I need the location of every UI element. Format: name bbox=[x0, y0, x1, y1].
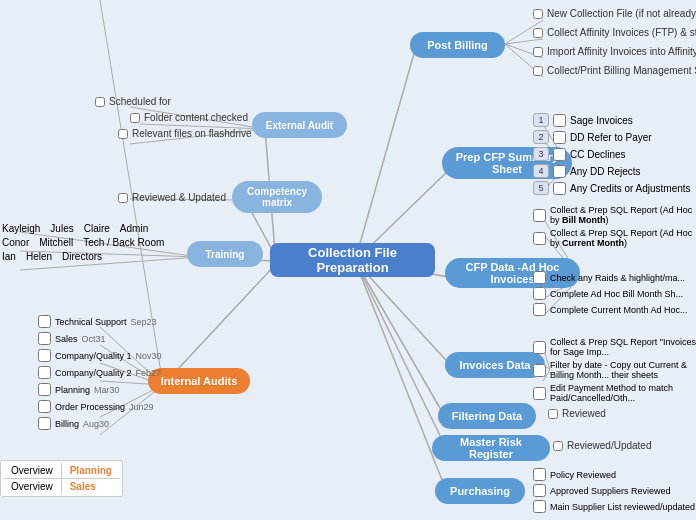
filtering-data-node[interactable]: Filtering Data bbox=[438, 403, 536, 429]
cfp-item-4[interactable]: 4 Any DD Rejects bbox=[533, 164, 691, 178]
svg-line-4 bbox=[355, 261, 448, 422]
audit-item-sales[interactable]: Sales Oct31 bbox=[38, 332, 162, 345]
cfp-adhoc-item-1[interactable]: Collect & Prep SQL Report (Ad Hoc by Bil… bbox=[533, 205, 696, 225]
trainer-tech: Tech / Back Room bbox=[83, 237, 164, 248]
inv-item-1[interactable]: Collect & Prep SQL Report "Invoices for … bbox=[533, 337, 696, 357]
svg-line-10 bbox=[163, 265, 275, 385]
tab-overview-1[interactable]: Overview bbox=[3, 463, 62, 478]
audit-item-billing[interactable]: Billing Aug30 bbox=[38, 417, 162, 430]
cfp-adhoc-item-6[interactable]: Complete Current Month Ad Hoc... bbox=[533, 303, 696, 316]
training-node[interactable]: Training bbox=[187, 241, 263, 267]
purch-item-3[interactable]: Main Supplier List reviewed/updated bbox=[533, 500, 695, 513]
post-billing-item-2[interactable]: Collect Affinity Invoices (FTP) & store … bbox=[533, 27, 696, 38]
trainer-directors: Directors bbox=[62, 251, 102, 262]
internal-audits-node[interactable]: Internal Audits bbox=[148, 368, 250, 394]
cfp-adhoc-item-4[interactable]: Check any Raids & highlight/ma... bbox=[533, 271, 696, 284]
folder-checked-item[interactable]: Folder content checked bbox=[130, 112, 248, 123]
trainer-conor: Conor bbox=[2, 237, 29, 248]
trainer-jules: Jules bbox=[50, 223, 73, 234]
master-risk-item[interactable]: Reviewed/Updated bbox=[553, 440, 652, 451]
master-risk-label: Master Risk Register bbox=[444, 436, 538, 460]
tab-planning[interactable]: Planning bbox=[62, 463, 120, 478]
cfp-item-2[interactable]: 2 DD Refer to Payer bbox=[533, 130, 691, 144]
purch-item-1[interactable]: Policy Reviewed bbox=[533, 468, 695, 481]
post-billing-label: Post Billing bbox=[427, 39, 488, 51]
tab-overview-2[interactable]: Overview bbox=[3, 479, 62, 494]
training-grid: Kayleigh Jules Claire Admin Conor Mitche… bbox=[2, 223, 164, 262]
inv-item-3[interactable]: Edit Payment Method to match Paid/Cancel… bbox=[533, 383, 696, 403]
prep-cfp-items: 1 Sage Invoices 2 DD Refer to Payer 3 CC… bbox=[533, 113, 691, 195]
svg-line-0 bbox=[355, 50, 415, 261]
main-node[interactable]: Collection File Preparation bbox=[270, 243, 435, 277]
audit-item-planning[interactable]: Planning Mar30 bbox=[38, 383, 162, 396]
reviewed-updated-item[interactable]: Reviewed & Updated bbox=[118, 192, 226, 203]
post-billing-item-3[interactable]: Import Affinity Invoices into Affinity S… bbox=[533, 46, 696, 57]
internal-audits-label: Internal Audits bbox=[161, 375, 238, 387]
post-billing-item-4[interactable]: Collect/Print Billing Management Summary… bbox=[533, 65, 696, 76]
internal-audit-list: Technical Support Sep23 Sales Oct31 Comp… bbox=[38, 315, 162, 430]
trainer-kayleigh: Kayleigh bbox=[2, 223, 40, 234]
audit-item-cq2[interactable]: Company/Quality 2 Feb27 bbox=[38, 366, 162, 379]
purchasing-node[interactable]: Purchasing bbox=[435, 478, 525, 504]
cfp-adhoc-items: Collect & Prep SQL Report (Ad Hoc by Bil… bbox=[533, 205, 696, 316]
svg-line-12 bbox=[505, 39, 543, 44]
cfp-item-1[interactable]: 1 Sage Invoices bbox=[533, 113, 691, 127]
trainer-mitchell: Mitchell bbox=[39, 237, 73, 248]
audit-item-order[interactable]: Order Processing Jun29 bbox=[38, 400, 162, 413]
trainer-claire: Claire bbox=[84, 223, 110, 234]
invoices-data-label: Invoices Data bbox=[460, 359, 531, 371]
competency-label: Competencymatrix bbox=[247, 186, 307, 208]
cfp-adhoc-item-2[interactable]: Collect & Prep SQL Report (Ad Hoc by Cur… bbox=[533, 228, 696, 248]
trainer-ian: Ian bbox=[2, 251, 16, 262]
cfp-adhoc-item-5[interactable]: Complete Ad Hoc Bill Month Sh... bbox=[533, 287, 696, 300]
trainer-admin: Admin bbox=[120, 223, 148, 234]
filtering-data-label: Filtering Data bbox=[452, 410, 522, 422]
cfp-item-5[interactable]: 5 Any Credits or Adjustments bbox=[533, 181, 691, 195]
training-label: Training bbox=[206, 249, 245, 260]
competency-node[interactable]: Competencymatrix bbox=[232, 181, 322, 213]
inv-item-2[interactable]: Filter by date - Copy out Current & Bill… bbox=[533, 360, 696, 380]
external-audit-label: External Audit bbox=[266, 120, 333, 131]
master-risk-node[interactable]: Master Risk Register bbox=[432, 435, 550, 461]
post-billing-item-1[interactable]: New Collection File (if not already done… bbox=[533, 8, 696, 19]
bottom-tabs-area: Overview Planning Overview Sales bbox=[0, 460, 123, 497]
trainer-helen: Helen bbox=[26, 251, 52, 262]
flashdrive-item[interactable]: Relevant files on flashdrive bbox=[118, 128, 252, 139]
audit-item-tech[interactable]: Technical Support Sep23 bbox=[38, 315, 162, 328]
external-audit-node[interactable]: External Audit bbox=[252, 112, 347, 138]
svg-line-5 bbox=[355, 261, 448, 452]
main-node-label: Collection File Preparation bbox=[284, 245, 421, 275]
audit-item-cq1[interactable]: Company/Quality 1 Nov30 bbox=[38, 349, 162, 362]
svg-line-3 bbox=[355, 261, 455, 370]
purchasing-label: Purchasing bbox=[450, 485, 510, 497]
invoices-items: Collect & Prep SQL Report "Invoices for … bbox=[533, 337, 696, 403]
purchasing-items: Policy Reviewed Approved Suppliers Revie… bbox=[533, 468, 695, 513]
svg-line-6 bbox=[355, 261, 448, 495]
purch-item-2[interactable]: Approved Suppliers Reviewed bbox=[533, 484, 695, 497]
invoices-data-node[interactable]: Invoices Data bbox=[445, 352, 545, 378]
mindmap-canvas: Collection File Preparation Post Billing… bbox=[0, 0, 696, 520]
cfp-item-3[interactable]: 3 CC Declines bbox=[533, 147, 691, 161]
tab-sales[interactable]: Sales bbox=[62, 479, 104, 494]
post-billing-node[interactable]: Post Billing bbox=[410, 32, 505, 58]
filtering-item[interactable]: Reviewed bbox=[548, 408, 606, 419]
scheduled-item[interactable]: Scheduled for bbox=[95, 96, 171, 107]
